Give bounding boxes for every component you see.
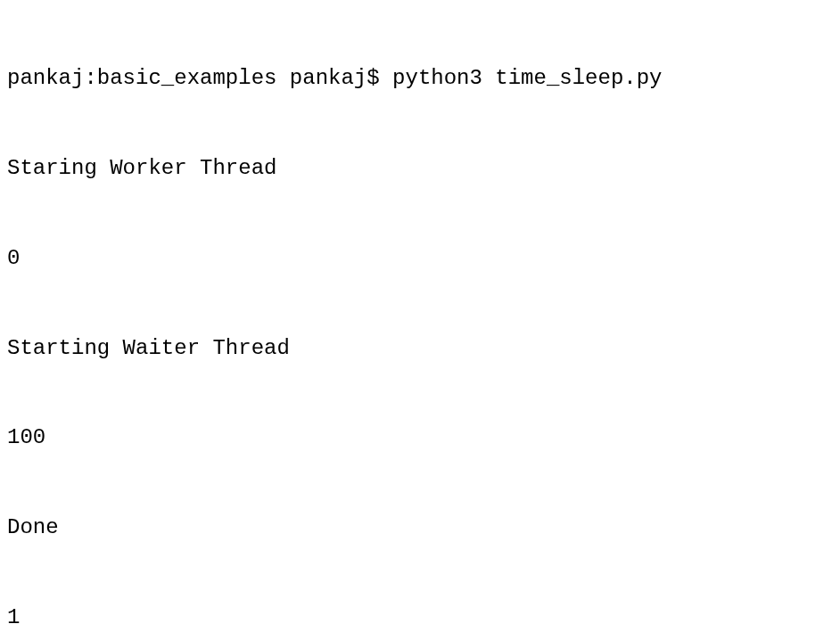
terminal-output[interactable]: pankaj:basic_examples pankaj$ python3 ti… <box>7 4 833 624</box>
terminal-line: 0 <box>7 243 833 274</box>
terminal-line: 1 <box>7 603 833 624</box>
terminal-line: Starting Waiter Thread <box>7 333 833 364</box>
terminal-line: Done <box>7 513 833 543</box>
terminal-line: 100 <box>7 423 833 453</box>
terminal-line: pankaj:basic_examples pankaj$ python3 ti… <box>7 63 833 94</box>
terminal-line: Staring Worker Thread <box>7 153 833 184</box>
